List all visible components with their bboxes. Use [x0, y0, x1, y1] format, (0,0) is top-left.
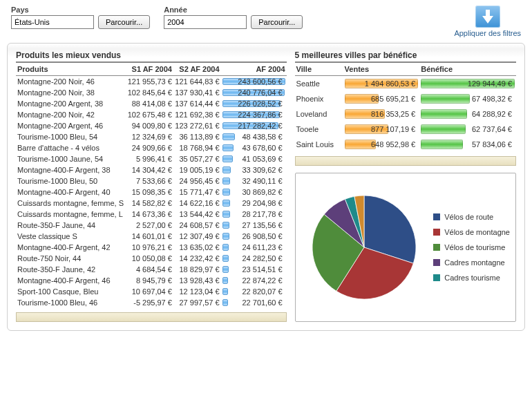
table-row[interactable]: Montagne-400-F Argent, 468 945,79 €13 92… — [16, 275, 287, 286]
product-af: 32 490,11 € — [242, 177, 282, 185]
city-sales: 1 494 860,53 € — [365, 78, 415, 89]
product-s2: 13 635,02 € — [173, 242, 221, 253]
city-profit: 62 737,64 € — [472, 124, 512, 135]
table-row[interactable]: Loveland816 353,25 €64 288,92 € — [295, 106, 516, 122]
product-af: 30 869,82 € — [242, 188, 282, 196]
table-row[interactable]: Route-350-F Jaune, 442 527,00 €24 608,57… — [16, 220, 287, 231]
legend-label: Cadres tourisme — [444, 274, 500, 282]
col-s1[interactable]: S1 AF 2004 — [126, 63, 173, 76]
col-profit[interactable]: Bénéfice — [419, 63, 516, 76]
product-af: 48 438,58 € — [242, 133, 282, 141]
product-name: Montagne-200 Noir, 46 — [16, 76, 126, 88]
product-s1: 2 527,00 € — [126, 220, 173, 231]
product-s2: 12 123,04 € — [173, 286, 221, 297]
scrollbar[interactable] — [16, 312, 287, 322]
table-row[interactable]: Veste classique S14 601,01 €12 307,49 €2… — [16, 231, 287, 242]
legend-label: Vélos de tourisme — [444, 243, 505, 251]
browse-country-button[interactable]: Parcourir... — [98, 15, 150, 29]
product-s1: 12 324,69 € — [126, 131, 173, 142]
product-af: 23 514,51 € — [242, 265, 282, 274]
legend-label: Vélos de route — [444, 213, 493, 221]
city-name: Loveland — [295, 106, 343, 122]
product-s1: -5 295,97 € — [126, 297, 173, 308]
city-profit: 129 944,49 € — [468, 78, 512, 89]
product-s2: 123 272,61 € — [173, 120, 221, 131]
product-s2: 12 307,49 € — [173, 231, 221, 242]
table-row[interactable]: Montagne-400-F Argent, 4015 098,35 €15 7… — [16, 187, 287, 198]
table-row[interactable]: Montagne-200 Argent, 3888 414,08 €137 61… — [16, 98, 287, 109]
legend-item: Cadres montagne — [433, 258, 510, 267]
product-s1: 14 601,01 € — [126, 231, 173, 242]
product-s1: 24 909,66 € — [126, 142, 173, 153]
table-row[interactable]: Tooele877 107,19 €62 737,64 € — [295, 122, 516, 137]
product-name: Veste classique S — [16, 231, 126, 242]
product-name: Cuissards montagne, femme, L — [16, 209, 126, 220]
table-row[interactable]: Tourisme-1000 Jaune, 545 996,41 €35 057,… — [16, 153, 287, 164]
product-s1: 88 414,08 € — [126, 98, 173, 109]
product-name: Montagne-200 Argent, 38 — [16, 98, 126, 109]
legend-item: Cadres tourisme — [433, 274, 510, 282]
product-s1: 8 945,79 € — [126, 275, 173, 286]
table-row[interactable]: Cuissards montagne, femme, S14 582,82 €1… — [16, 198, 287, 209]
product-af: 24 611,23 € — [242, 243, 282, 251]
product-s2: 24 956,45 € — [173, 175, 221, 187]
product-s2: 35 057,27 € — [173, 153, 221, 164]
table-row[interactable]: Route-750 Noir, 4410 050,08 €14 232,42 €… — [16, 253, 287, 264]
col-af[interactable]: AF 2004 — [221, 63, 287, 76]
apply-filters-button[interactable]: Appliquer des filtres — [454, 6, 521, 37]
product-s2: 137 930,41 € — [173, 87, 221, 98]
arrow-down-icon — [475, 6, 500, 28]
product-s1: 102 675,48 € — [126, 109, 173, 120]
year-input[interactable] — [164, 15, 247, 29]
table-row[interactable]: Tourisme-1000 Bleu, 507 533,66 €24 956,4… — [16, 175, 287, 187]
product-s2: 14 622,16 € — [173, 198, 221, 209]
col-city[interactable]: Ville — [295, 63, 343, 76]
scrollbar[interactable] — [295, 156, 516, 166]
product-s2: 24 608,57 € — [173, 220, 221, 231]
product-af: 28 217,78 € — [242, 210, 282, 218]
browse-year-button[interactable]: Parcourir... — [251, 15, 303, 29]
country-label: Pays — [11, 6, 150, 14]
table-row[interactable]: Cuissards montagne, femme, L14 673,36 €1… — [16, 209, 287, 220]
cities-table: Ville Ventes Bénéfice Seattle1 494 860,5… — [295, 63, 516, 152]
city-name: Saint Louis — [295, 137, 343, 152]
table-row[interactable]: Tourisme-1000 Bleu, 5412 324,69 €36 113,… — [16, 131, 287, 142]
product-s1: 10 697,04 € — [126, 286, 173, 297]
table-row[interactable]: Montagne-200 Argent, 4694 009,80 €123 27… — [16, 120, 287, 131]
table-row[interactable]: Montagne-400-F Argent, 4210 976,21 €13 6… — [16, 242, 287, 253]
product-s2: 13 928,43 € — [173, 275, 221, 286]
col-sales[interactable]: Ventes — [343, 63, 420, 76]
product-af: 224 367,86 € — [238, 111, 282, 119]
table-row[interactable]: Barre d'attache - 4 vélos24 909,66 €18 7… — [16, 142, 287, 153]
table-row[interactable]: Montagne-200 Noir, 42102 675,48 €121 692… — [16, 109, 287, 120]
col-product[interactable]: Produits — [16, 63, 126, 76]
table-row[interactable]: Seattle1 494 860,53 €129 944,49 € — [295, 76, 516, 92]
country-input[interactable] — [11, 15, 94, 29]
product-af: 243 600,56 € — [238, 77, 282, 86]
city-profit: 57 834,06 € — [472, 139, 512, 150]
table-row[interactable]: Montagne-400-F Argent, 3814 304,42 €19 0… — [16, 164, 287, 175]
product-name: Montagne-400-F Argent, 40 — [16, 187, 126, 198]
table-row[interactable]: Sport-100 Casque, Bleu10 697,04 €12 123,… — [16, 286, 287, 297]
product-name: Barre d'attache - 4 vélos — [16, 142, 126, 153]
table-row[interactable]: Montagne-200 Noir, 46121 955,73 €121 644… — [16, 76, 287, 88]
product-af: 22 874,22 € — [242, 276, 282, 285]
product-s1: 5 996,41 € — [126, 153, 173, 164]
table-row[interactable]: Route-350-F Jaune, 424 684,54 €18 829,97… — [16, 264, 287, 275]
product-s2: 15 771,47 € — [173, 187, 221, 198]
product-af: 41 053,69 € — [242, 155, 282, 163]
product-s1: 4 684,54 € — [126, 264, 173, 275]
product-s1: 14 304,42 € — [126, 164, 173, 175]
product-name: Route-350-F Jaune, 44 — [16, 220, 126, 231]
products-title: Produits les mieux vendus — [16, 50, 287, 63]
product-name: Tourisme-1000 Jaune, 54 — [16, 153, 126, 164]
table-row[interactable]: Tourisme-1000 Bleu, 46-5 295,97 €27 997,… — [16, 297, 287, 308]
col-s2[interactable]: S2 AF 2004 — [173, 63, 221, 76]
table-row[interactable]: Montagne-200 Noir, 38102 845,64 €137 930… — [16, 87, 287, 98]
city-profit: 64 288,92 € — [472, 108, 512, 120]
product-s2: 27 997,57 € — [173, 297, 221, 308]
product-s2: 121 692,38 € — [173, 109, 221, 120]
table-row[interactable]: Saint Louis648 952,98 €57 834,06 € — [295, 137, 516, 152]
table-row[interactable]: Phoenix685 695,21 €67 498,32 € — [295, 91, 516, 106]
product-name: Sport-100 Casque, Bleu — [16, 286, 126, 297]
